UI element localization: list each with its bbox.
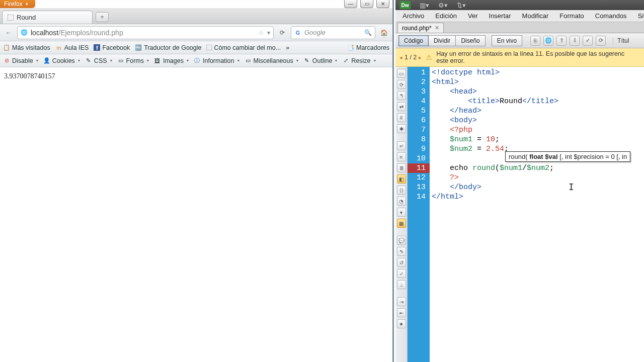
bookmarks-menu[interactable]: 📑Marcadores bbox=[347, 44, 389, 51]
vt-snippets[interactable]: ✱ bbox=[397, 124, 406, 133]
home-button[interactable]: 🏠 bbox=[378, 27, 389, 38]
vt-refresh[interactable]: ⟳ bbox=[397, 80, 406, 89]
doc-tab-round[interactable]: round.php* ✕ bbox=[397, 23, 444, 33]
firefox-menu-button[interactable]: Firefox bbox=[0, 0, 35, 8]
menu-edicion[interactable]: Edición bbox=[430, 11, 462, 21]
wd-forms[interactable]: ▭Forms bbox=[117, 57, 149, 64]
search-placeholder: Google bbox=[304, 29, 326, 36]
code-editor: ▭ ⟳ ↰ ⇄ # ✱ ↵ ≡ ≣ ◧ ⟨⟩ ◔ ▾ ▦ 💬 ✎ ↺ ✓ ⟂ ⇥… bbox=[395, 67, 644, 362]
vt-indent-out[interactable]: ⇤ bbox=[397, 308, 406, 317]
wd-outline[interactable]: ✎Outline bbox=[303, 57, 338, 64]
vt-bookmark[interactable]: ★ bbox=[397, 319, 406, 328]
refresh-icon[interactable]: ⟳ bbox=[596, 36, 606, 46]
tab-round[interactable]: Round bbox=[2, 11, 93, 24]
bookmark-aula-ies[interactable]: mAula IES bbox=[55, 44, 89, 51]
bookmark-como-cambiar[interactable]: Cómo cambiar del mo... bbox=[206, 44, 281, 51]
bookmarks-toolbar: 📋Más visitados mAula IES fFacebook 🔤Trad… bbox=[0, 41, 392, 54]
next-error-button[interactable]: ▸ bbox=[419, 54, 422, 61]
close-button[interactable]: ✕ bbox=[376, 0, 389, 8]
bookmark-traductor[interactable]: 🔤Traductor de Google bbox=[135, 44, 201, 51]
window-controls: — ▭ ✕ bbox=[344, 0, 389, 8]
close-tab-icon[interactable]: ✕ bbox=[435, 25, 439, 31]
wd-css[interactable]: ✎CSS bbox=[85, 57, 112, 64]
search-go-icon[interactable]: 🔍 bbox=[364, 29, 372, 36]
vt-hint[interactable]: ◔ bbox=[397, 197, 406, 206]
new-tab-button[interactable]: + bbox=[96, 12, 109, 22]
wd-disable[interactable]: ⊘Disable bbox=[3, 57, 38, 64]
browser-preview-icon[interactable]: 🌐 bbox=[543, 36, 553, 46]
upload-icon[interactable]: ⇧ bbox=[556, 36, 567, 46]
server-icon[interactable]: ⎘ bbox=[530, 36, 540, 46]
vt-linenums[interactable]: # bbox=[397, 113, 406, 122]
images-icon: 🖼 bbox=[154, 57, 161, 64]
moodle-icon: m bbox=[55, 44, 62, 51]
outline-icon: ✎ bbox=[303, 57, 310, 64]
vt-wrap[interactable]: ↵ bbox=[397, 141, 406, 150]
vt-ruler[interactable]: ⟂ bbox=[397, 280, 406, 289]
view-envivo[interactable]: En vivo bbox=[492, 35, 522, 46]
menu-formato[interactable]: Formato bbox=[554, 11, 589, 21]
view-diseno[interactable]: Diseño bbox=[456, 35, 485, 46]
vt-apply[interactable]: ✎ bbox=[397, 247, 406, 256]
vt-indent-in[interactable]: ⇥ bbox=[397, 297, 406, 306]
bookmarks-overflow[interactable]: » bbox=[286, 44, 289, 51]
menu-ver[interactable]: Ver bbox=[463, 11, 483, 21]
vt-format[interactable]: ▦ bbox=[397, 219, 406, 228]
error-nav: ◂ 1 / 2 ▸ bbox=[399, 54, 422, 61]
wd-information[interactable]: ⓘInformation bbox=[194, 57, 239, 64]
vt-highlight[interactable]: ◧ bbox=[397, 174, 406, 184]
reload-button[interactable]: ⟳ bbox=[277, 29, 288, 36]
gear-icon[interactable]: ⚙▾ bbox=[438, 2, 448, 9]
vt-collapse[interactable]: ▾ bbox=[397, 208, 406, 217]
prev-error-button[interactable]: ◂ bbox=[399, 54, 403, 61]
menu-insertar[interactable]: Insertar bbox=[484, 11, 516, 21]
vt-comment[interactable]: 💬 bbox=[397, 236, 406, 245]
sync-icon[interactable]: ⇅▾ bbox=[457, 2, 466, 9]
dropdown-icon[interactable]: ▾ bbox=[267, 29, 270, 36]
url-bar[interactable]: 🌐 localhost/Ejemplos/round.php ☆ ▾ bbox=[17, 26, 274, 39]
doc-tab-label: round.php* bbox=[402, 25, 432, 32]
validate-icon[interactable]: ✓ bbox=[583, 36, 593, 46]
tab-bar: Round + bbox=[0, 8, 392, 24]
vt-open-docs[interactable]: ▭ bbox=[397, 69, 406, 78]
vt-syntax[interactable]: ⟨⟩ bbox=[397, 186, 406, 195]
maximize-button[interactable]: ▭ bbox=[360, 0, 373, 8]
nav-toolbar: ← 🌐 localhost/Ejemplos/round.php ☆ ▾ ⟳ G… bbox=[0, 24, 392, 41]
minimize-button[interactable]: — bbox=[344, 0, 357, 8]
view-dividir[interactable]: Dividir bbox=[429, 35, 456, 46]
menu-sitio[interactable]: Sitio bbox=[633, 11, 644, 21]
cookies-icon: 👤 bbox=[43, 57, 50, 64]
code-area[interactable]: <!doctype html> <html> <head> <title>Rou… bbox=[430, 67, 644, 362]
menu-comandos[interactable]: Comandos bbox=[590, 11, 632, 21]
syntax-error-bar: ◂ 1 / 2 ▸ ⚠ Hay un error de sintaxis en … bbox=[395, 48, 644, 67]
wd-miscellaneous[interactable]: ▭Miscellaneous bbox=[245, 57, 298, 64]
wd-resize[interactable]: ⤢Resize bbox=[342, 57, 375, 64]
vt-select-parent[interactable]: ↰ bbox=[397, 91, 406, 100]
bookmark-star-icon[interactable]: ☆ bbox=[259, 29, 264, 36]
download-icon[interactable]: ⇩ bbox=[570, 36, 580, 46]
dw-titlebar: Dw ▥▾ ⚙▾ ⇅▾ bbox=[395, 0, 644, 10]
dw-document-tabs: round.php* ✕ bbox=[395, 22, 644, 33]
google-icon: G bbox=[294, 29, 301, 36]
vt-balance[interactable]: ⇄ bbox=[397, 102, 406, 111]
info-icon: ⓘ bbox=[194, 57, 201, 64]
vt-validate[interactable]: ✓ bbox=[397, 269, 406, 278]
bookmark-most-visited[interactable]: 📋Más visitados bbox=[3, 44, 50, 51]
back-button[interactable]: ← bbox=[3, 27, 14, 38]
view-codigo[interactable]: Código bbox=[398, 35, 429, 46]
wd-images[interactable]: 🖼Images bbox=[154, 57, 189, 64]
bookmark-facebook[interactable]: fFacebook bbox=[94, 44, 130, 51]
misc-icon: ▭ bbox=[245, 57, 252, 64]
wd-cookies[interactable]: 👤Cookies bbox=[43, 57, 80, 64]
search-bar[interactable]: G Google 🔍 bbox=[291, 26, 375, 39]
layout-icon[interactable]: ▥▾ bbox=[420, 2, 429, 9]
menu-modificar[interactable]: Modificar bbox=[517, 11, 554, 21]
vt-outdent[interactable]: ≣ bbox=[397, 163, 406, 172]
vt-indent[interactable]: ≡ bbox=[397, 152, 406, 161]
live-view-segment: En vivo bbox=[492, 35, 522, 46]
code-vertical-toolbar: ▭ ⟳ ↰ ⇄ # ✱ ↵ ≡ ≣ ◧ ⟨⟩ ◔ ▾ ▦ 💬 ✎ ↺ ✓ ⟂ ⇥… bbox=[395, 67, 408, 362]
vt-recent[interactable]: ↺ bbox=[397, 258, 406, 267]
resize-icon: ⤢ bbox=[342, 57, 349, 64]
menu-archivo[interactable]: Archivo bbox=[397, 11, 429, 21]
page-icon bbox=[8, 15, 14, 21]
